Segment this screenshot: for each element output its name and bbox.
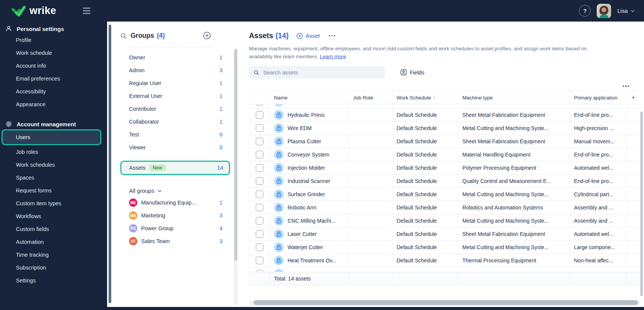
group-role-item[interactable]: Collaborator 1	[115, 115, 238, 128]
search-assets-input[interactable]	[263, 69, 381, 76]
table-row[interactable]: Heat Treatment Ov... Default Schedule Th…	[249, 254, 640, 267]
sidebar-item[interactable]: Automation	[0, 236, 107, 248]
table-row[interactable]: Injection Molder Default Schedule Polyme…	[249, 161, 640, 175]
learn-more-link[interactable]: Learn more	[320, 54, 346, 59]
sidebar-item[interactable]: Accessibility	[0, 85, 107, 98]
table-row[interactable]: Laser Cutter Default Schedule Sheet Meta…	[249, 228, 640, 241]
cell-name[interactable]: Plasma Cutter	[270, 135, 349, 148]
table-row[interactable]: Conveyor System Default Schedule Materia…	[249, 148, 640, 161]
table-row[interactable]: Plasma Cutter Default Schedule Sheet Met…	[249, 135, 640, 148]
group-role-item[interactable]: Viewer 0	[115, 141, 238, 154]
row-checkbox[interactable]	[256, 217, 263, 225]
row-checkbox[interactable]	[256, 111, 263, 119]
cell-primary-application: Automated wel...	[570, 161, 627, 174]
cell-name[interactable]: Heat Treatment Ov...	[270, 254, 349, 267]
table-row[interactable]: Robotic Arm Default Schedule Robotics an…	[249, 201, 640, 214]
sidebar-item[interactable]: Custom item types	[0, 197, 107, 210]
cell-name[interactable]: Waterjet Cutter	[270, 241, 349, 254]
group-role-item[interactable]: External User 1	[115, 90, 238, 102]
groups-count: (4)	[157, 32, 165, 40]
team-item[interactable]: PG Power Group 4	[115, 222, 238, 235]
sidebar-item[interactable]: Settings	[0, 274, 107, 287]
hamburger-menu-icon[interactable]	[81, 6, 92, 16]
sidebar-section-personal-settings[interactable]: Personal settings	[0, 24, 107, 34]
cell-name[interactable]: Conveyor System	[270, 148, 349, 161]
sidebar-item[interactable]: Request forms	[0, 184, 107, 197]
horizontal-scrollbar-thumb[interactable]	[254, 300, 638, 305]
cell-name[interactable]: Wire EDM	[270, 122, 349, 135]
user-avatar[interactable]	[597, 4, 611, 18]
sidebar-item[interactable]: Email preferences	[0, 72, 107, 85]
help-icon[interactable]: ?	[579, 5, 591, 17]
column-header-machine-type[interactable]: Machine type	[458, 91, 570, 104]
sidebar-item[interactable]: Appearance	[0, 98, 107, 111]
row-checkbox[interactable]	[256, 104, 263, 105]
column-header-job-role[interactable]: Job Role	[349, 91, 392, 104]
sidebar-item[interactable]: Time tracking	[0, 248, 107, 261]
row-checkbox[interactable]	[256, 151, 263, 158]
row-checkbox[interactable]	[256, 124, 263, 132]
row-checkbox[interactable]	[256, 243, 263, 251]
team-item[interactable]: MA Marketing 3	[115, 209, 238, 222]
cell-work-schedule: Default Schedule	[392, 135, 458, 148]
column-header-primary-application[interactable]: Primary application	[570, 91, 627, 104]
cell-name[interactable]: Robotic Arm	[270, 201, 349, 214]
add-group-button[interactable]	[203, 31, 211, 40]
cell-name[interactable]: Hydraulic Press	[270, 108, 349, 121]
user-menu[interactable]: Lisa	[617, 8, 635, 14]
group-role-count: 1	[219, 80, 222, 86]
more-options-icon[interactable]	[327, 34, 337, 38]
group-role-item[interactable]: Admin 3	[115, 64, 238, 77]
table-more-options-icon[interactable]	[621, 84, 631, 88]
sidebar-item[interactable]: Work schedule	[0, 46, 107, 59]
cell-name[interactable]: CNC Milling Machi...	[270, 214, 349, 227]
table-vertical-scrollbar-thumb[interactable]	[640, 112, 643, 296]
sidebar-item[interactable]: Workflows	[0, 210, 107, 223]
groups-scrollbar-thumb[interactable]	[234, 49, 237, 260]
table-row[interactable]: Hydraulic Press Default Schedule Sheet M…	[249, 108, 640, 122]
search-icon[interactable]	[120, 33, 127, 39]
group-role-item[interactable]: Regular User 1	[115, 77, 238, 90]
sidebar-section-account-management[interactable]: Account management	[0, 119, 107, 129]
table-row[interactable]: CNC Milling Machi... Default Schedule Me…	[249, 214, 640, 228]
sidebar-item[interactable]: Users	[2, 129, 101, 145]
sidebar-item[interactable]: Work schedules	[0, 158, 107, 171]
fields-button[interactable]: Fields	[400, 69, 425, 76]
column-header-name[interactable]: Name	[270, 91, 349, 104]
search-assets-box[interactable]	[249, 66, 385, 79]
table-row[interactable]: Wire EDM Default Schedule Metal Cutting …	[249, 122, 640, 135]
row-checkbox[interactable]	[256, 138, 263, 145]
row-checkbox[interactable]	[256, 164, 263, 172]
row-checkbox[interactable]	[256, 191, 263, 198]
group-role-item[interactable]: Owner 1	[115, 51, 238, 64]
row-checkbox[interactable]	[256, 257, 263, 264]
team-item[interactable]: ST Sales Team 3	[115, 235, 238, 248]
sidebar-item[interactable]: Profile	[0, 34, 107, 46]
cell-name[interactable]: Injection Molder	[270, 161, 349, 174]
asset-icon	[274, 203, 284, 212]
cell-name[interactable]: Industrial Scanner	[270, 175, 349, 188]
table-row[interactable]: Industrial Scanner Default Schedule Qual…	[249, 175, 640, 188]
group-role-item[interactable]: Contributor 1	[115, 102, 238, 115]
row-checkbox[interactable]	[256, 230, 263, 238]
team-item[interactable]: ME Manufacturing Equip... 1	[115, 196, 238, 209]
groups-item-assets-selected[interactable]: Assets New 14	[120, 161, 230, 175]
row-checkbox[interactable]	[256, 177, 263, 185]
sidebar-item[interactable]: Custom fields	[0, 223, 107, 236]
add-asset-button[interactable]: Asset	[296, 33, 320, 39]
row-checkbox[interactable]	[256, 204, 263, 211]
sidebar-item[interactable]: Job roles	[0, 146, 107, 158]
sidebar-item[interactable]: Account info	[0, 59, 107, 72]
cell-name[interactable]: Laser Cutter	[270, 228, 349, 240]
sidebar-item[interactable]: Spaces	[0, 171, 107, 184]
table-row[interactable]: Waterjet Cutter Default Schedule Metal C…	[249, 241, 640, 254]
sidebar-item[interactable]: Subscription	[0, 261, 107, 274]
cell-job-role	[349, 188, 392, 201]
cell-name[interactable]: Surface Grinder	[270, 188, 349, 201]
add-column-button[interactable]: +	[627, 91, 640, 104]
table-row[interactable]: Surface Grinder Default Schedule Metal C…	[249, 188, 640, 201]
column-header-work-schedule[interactable]: Work Schedule ↑	[392, 91, 458, 104]
group-role-item[interactable]: Test 0	[115, 128, 238, 141]
sidebar-scrollbar-thumb[interactable]	[109, 25, 111, 303]
all-groups-dropdown[interactable]: All groups	[115, 180, 238, 195]
